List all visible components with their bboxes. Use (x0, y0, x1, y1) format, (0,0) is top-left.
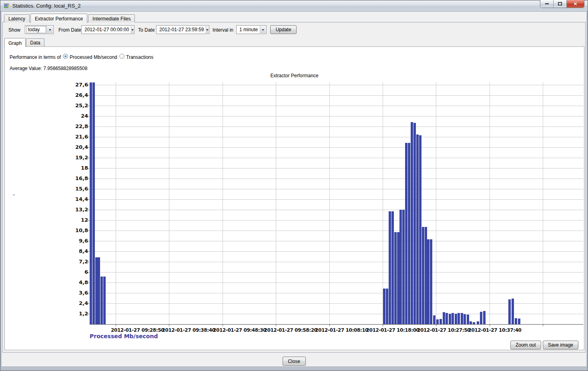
graph-pane: Performance in terms of Processed Mb/sec… (4, 46, 584, 350)
bar (483, 311, 486, 324)
y-tick-label: 20,4 (68, 144, 88, 150)
to-date-value: 2012-01-27 23:59:59 (158, 26, 205, 33)
gridline-v (276, 82, 276, 324)
close-window-button[interactable]: ✕ (567, 0, 584, 8)
maximize-button[interactable] (554, 0, 567, 8)
interval-combobox[interactable]: 1 minute (236, 25, 267, 34)
bar (455, 314, 457, 324)
x-tick-mark (116, 325, 116, 326)
show-combobox[interactable]: today (25, 25, 54, 34)
y-tick-label: 8,4 (68, 248, 88, 255)
bar (98, 257, 100, 324)
x-tick-mark (223, 325, 223, 326)
graph-data-tabstrip: Graph Data (4, 37, 45, 46)
close-button[interactable]: Close (283, 357, 306, 366)
main-tabstrip: Latency Extractor Performance Intermedia… (4, 13, 136, 22)
y-tick-label: 16,8 (68, 175, 88, 182)
gridline-h (90, 147, 583, 148)
x-tick-label: 2012-01-27 10:18:00 (366, 327, 417, 333)
bar (446, 313, 448, 324)
gridline-h (90, 85, 583, 85)
y-tick-label: 1,2 (68, 310, 88, 317)
chevron-down-icon (131, 26, 134, 33)
titlebar[interactable]: Statistics. Config: local_RS_2 (0, 0, 588, 12)
gridline-h (90, 272, 583, 273)
tab-extractor-performance[interactable]: Extractor Performance (30, 14, 87, 23)
from-date-value: 2012-01-27 00:00:00 (83, 26, 130, 33)
bar (512, 299, 514, 324)
toolbar: Show today From Date 2012-01-27 00:00:00… (3, 22, 585, 37)
bar (389, 211, 391, 324)
tab-intermediate-files[interactable]: Intermediate Files (88, 14, 135, 22)
gridline-h (90, 293, 583, 293)
gridline-h (90, 178, 583, 179)
to-date-combobox[interactable]: 2012-01-27 23:59:59 (156, 25, 209, 34)
tab-graph[interactable]: Graph (4, 38, 26, 47)
y-tick-label: 12 (68, 217, 88, 223)
bar (449, 314, 451, 324)
chart: Extractor Performance . Processed Mb/sec… (5, 47, 584, 350)
x-tick-label: 2012-01-27 10:08:10 (315, 327, 366, 333)
x-tick-mark (490, 325, 490, 326)
y-tick-label: 18 (68, 164, 88, 171)
gridline-h (90, 199, 583, 200)
gridline-h (90, 241, 583, 241)
app-statistics-icon (4, 3, 10, 9)
gridline-h (90, 126, 583, 127)
bar (416, 134, 419, 324)
y-tick-label: 21,6 (68, 133, 88, 140)
show-combobox-value: today (27, 26, 46, 33)
interval-value: 1 minute (238, 26, 259, 33)
y-tick-label: 10,8 (68, 227, 88, 234)
gridline-v (329, 82, 330, 324)
bar (397, 232, 399, 324)
bar (452, 313, 454, 324)
gridline-h (90, 189, 583, 189)
from-date-combobox[interactable]: 2012-01-27 00:00:00 (81, 25, 134, 34)
bar (470, 321, 472, 324)
extractor-performance-pane: Show today From Date 2012-01-27 00:00:00… (2, 22, 586, 353)
gridline-h (90, 106, 583, 106)
chevron-down-icon (206, 26, 209, 33)
y-tick-label: 7,2 (68, 258, 88, 265)
gridline-h (90, 231, 583, 231)
gridline-h (90, 116, 583, 116)
x-tick-label: 2012-01-27 10:27:50 (417, 327, 468, 333)
tab-data[interactable]: Data (26, 38, 44, 46)
x-tick-label: 2012-01-27 09:48:30 (213, 327, 264, 333)
bar (458, 313, 460, 324)
bar (422, 227, 424, 324)
bar (408, 143, 410, 324)
y-tick-label: 27,6 (68, 81, 88, 88)
y-tick-label: 22,8 (68, 123, 88, 130)
chevron-down-icon (46, 26, 53, 33)
bar (518, 319, 520, 324)
x-tick-mark (383, 325, 383, 326)
bar (439, 319, 442, 324)
y-axis-title: . (13, 191, 14, 197)
tab-latency[interactable]: Latency (4, 14, 30, 22)
x-tick-mark (436, 325, 436, 326)
bar (399, 210, 402, 324)
gridline-v (223, 82, 223, 324)
bar (383, 289, 385, 324)
x-tick-label: 2012-01-27 10:37:40 (468, 327, 520, 333)
bar (391, 211, 394, 324)
chart-title: Extractor Performance (5, 73, 584, 78)
x-tick-label: 2012-01-27 09:58:20 (264, 327, 315, 333)
y-tick-label: 25,2 (68, 102, 88, 109)
bar (461, 313, 463, 324)
save-image-button[interactable]: Save image (543, 341, 578, 349)
x-tick-label: 2012-01-27 09:38:40 (162, 327, 213, 333)
bar (394, 232, 397, 324)
y-tick-label: 15,6 (68, 185, 88, 192)
bar (386, 289, 388, 324)
zoom-out-button[interactable]: Zoom out (510, 341, 541, 349)
minimize-button[interactable] (540, 0, 554, 8)
bar (467, 315, 469, 324)
bar (427, 239, 429, 324)
update-button[interactable]: Update (270, 25, 297, 34)
bar (464, 314, 466, 324)
gridline-v (169, 82, 169, 324)
gridline-h (90, 137, 583, 137)
